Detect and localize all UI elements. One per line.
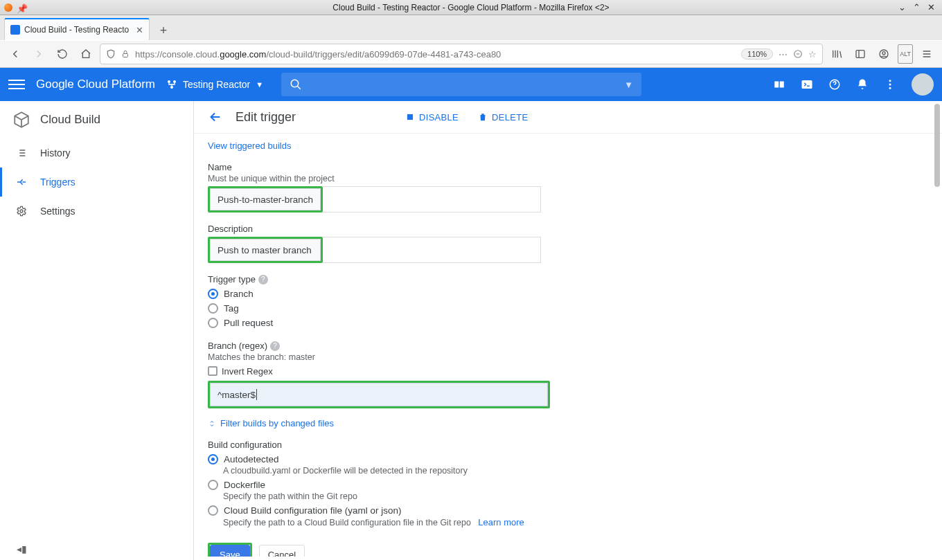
highlight-save: Save <box>208 543 252 557</box>
disable-button[interactable]: DISABLE <box>405 112 459 123</box>
description-input-remainder[interactable] <box>323 237 541 263</box>
account-avatar[interactable] <box>912 73 934 96</box>
name-label: Name <box>208 162 928 172</box>
sidebar-item-label: History <box>40 147 71 159</box>
product-sidebar: Cloud Build History Triggers Settings ◂▮ <box>0 101 194 560</box>
help-icon[interactable] <box>828 78 841 91</box>
sidebar-product-header[interactable]: Cloud Build <box>0 101 193 138</box>
gcp-logo-text[interactable]: Google Cloud Platform <box>36 78 155 91</box>
page-title: Edit trigger <box>236 110 296 125</box>
os-titlebar: 📌 Cloud Build - Testing Reactor - Google… <box>0 0 942 15</box>
svg-point-16 <box>20 210 23 213</box>
text-caret <box>256 389 257 400</box>
sidebar-item-label: Triggers <box>40 177 75 188</box>
description-label: Description <box>208 224 928 234</box>
notifications-icon[interactable] <box>856 78 869 91</box>
new-tab-button[interactable]: + <box>154 21 173 40</box>
name-helper: Must be unique within the project <box>208 174 928 183</box>
reader-toggle-icon[interactable] <box>793 49 803 59</box>
svg-point-13 <box>889 80 891 82</box>
trigger-type-branch[interactable]: Branch <box>208 289 928 299</box>
highlight-name <box>208 186 323 213</box>
branch-matches-text: Matches the branch: master <box>208 352 928 362</box>
sidebar-item-settings[interactable]: Settings <box>0 197 193 226</box>
build-config-autodetected[interactable]: Autodetected <box>208 454 928 464</box>
sidebar-toggle-icon[interactable] <box>851 44 870 64</box>
build-config-dockerfile[interactable]: Dockerfile <box>208 480 928 490</box>
svg-rect-17 <box>407 114 413 120</box>
more-icon[interactable] <box>884 78 896 91</box>
search-scope-chevron-icon[interactable]: ▼ <box>624 80 633 90</box>
chevron-down-icon: ▼ <box>256 80 263 89</box>
cancel-button[interactable]: Cancel <box>259 545 305 557</box>
help-tooltip-icon[interactable]: ? <box>270 341 280 351</box>
fxa-icon[interactable] <box>874 44 894 64</box>
svg-point-15 <box>889 87 891 89</box>
url-bar[interactable]: https://console.cloud.google.com/cloud-b… <box>100 44 823 64</box>
highlight-description <box>208 237 323 263</box>
build-config-yaml-sub: Specify the path to a Cloud Build config… <box>223 517 928 527</box>
svg-rect-2 <box>856 51 864 58</box>
name-input-remainder[interactable] <box>323 186 541 213</box>
list-icon <box>15 147 28 159</box>
radio-icon <box>208 454 218 464</box>
vertical-scrollbar[interactable] <box>932 101 941 560</box>
branch-regex-label: Branch (regex)? <box>208 341 928 351</box>
sidebar-collapse-button[interactable]: ◂▮ <box>17 543 27 554</box>
sidebar-item-triggers[interactable]: Triggers <box>0 168 193 197</box>
trigger-name-input[interactable] <box>210 188 321 210</box>
cloud-shell-icon[interactable] <box>801 78 813 91</box>
svg-point-8 <box>291 80 299 87</box>
svg-point-4 <box>882 52 885 55</box>
nav-forward-button[interactable] <box>29 44 48 64</box>
build-config-auto-sub: A cloudbuild.yaml or Dockerfile will be … <box>223 466 928 476</box>
branch-regex-input[interactable]: ^master$ <box>210 383 548 406</box>
svg-rect-10 <box>780 82 784 88</box>
tab-close-icon[interactable]: ✕ <box>136 25 143 35</box>
trigger-type-tag[interactable]: Tag <box>208 303 928 314</box>
save-button[interactable]: Save <box>210 545 250 557</box>
trigger-type-label: Trigger type? <box>208 274 928 284</box>
browser-tab-active[interactable]: Cloud Build - Testing Reacto ✕ <box>4 18 150 40</box>
nav-reload-button[interactable] <box>53 44 72 64</box>
trash-icon <box>478 112 488 122</box>
nav-home-button[interactable] <box>76 44 96 64</box>
page-header: Edit trigger DISABLE DELETE <box>194 101 942 134</box>
bookmark-star-icon[interactable]: ☆ <box>808 49 817 60</box>
svg-point-14 <box>889 84 891 86</box>
radio-icon <box>208 505 218 516</box>
svg-rect-11 <box>802 80 812 89</box>
chevron-expand-icon <box>208 419 216 428</box>
free-trial-icon[interactable] <box>773 78 785 91</box>
library-icon[interactable] <box>827 44 846 64</box>
build-config-yaml[interactable]: Cloud Build configuration file (yaml or … <box>208 505 928 516</box>
gear-icon <box>15 205 28 217</box>
radio-icon <box>208 289 218 299</box>
page-actions-icon[interactable]: ⋯ <box>779 49 788 60</box>
browser-toolbar: https://console.cloud.google.com/cloud-b… <box>0 40 942 68</box>
learn-more-link[interactable]: Learn more <box>478 517 524 527</box>
help-tooltip-icon[interactable]: ? <box>258 275 268 284</box>
zoom-badge[interactable]: 110% <box>741 48 773 60</box>
main-content: Edit trigger DISABLE DELETE View trigger… <box>194 101 942 560</box>
lock-icon[interactable] <box>121 50 130 58</box>
tab-label: Cloud Build - Testing Reacto <box>24 25 132 35</box>
gcp-nav-menu-button[interactable] <box>8 76 25 93</box>
project-picker[interactable]: Testing Reactor ▼ <box>166 79 263 90</box>
tracking-shield-icon[interactable] <box>106 49 116 59</box>
alt-badge-icon[interactable]: ALT <box>898 44 913 64</box>
browser-menu-icon[interactable] <box>917 44 936 64</box>
browser-tabstrip: Cloud Build - Testing Reacto ✕ + <box>0 15 942 40</box>
delete-button[interactable]: DELETE <box>478 112 528 123</box>
invert-regex-checkbox[interactable]: Invert Regex <box>208 365 928 377</box>
view-triggered-builds-link[interactable]: View triggered builds <box>208 141 291 151</box>
gcp-search[interactable]: ▼ <box>281 73 641 96</box>
nav-back-button[interactable] <box>6 44 25 64</box>
trigger-description-input[interactable] <box>210 239 321 261</box>
radio-icon <box>208 303 218 314</box>
filter-builds-expander[interactable]: Filter builds by changed files <box>208 418 928 428</box>
radio-icon <box>208 318 218 328</box>
sidebar-item-history[interactable]: History <box>0 138 193 168</box>
trigger-type-pull-request[interactable]: Pull request <box>208 318 928 328</box>
back-arrow-button[interactable] <box>208 109 223 125</box>
